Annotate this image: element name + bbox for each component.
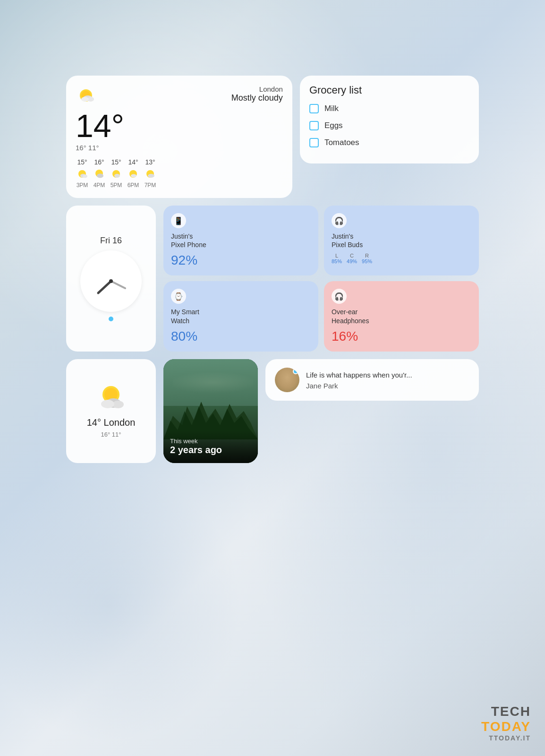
milk-checkbox[interactable] xyxy=(309,104,319,113)
weather-sun-icon xyxy=(76,85,96,106)
tomatoes-label: Tomatoes xyxy=(324,138,359,147)
svg-point-18 xyxy=(109,279,113,283)
buds-right: R 95% xyxy=(362,253,372,264)
device-card-watch[interactable]: ⌚ My SmartWatch 80% xyxy=(163,281,318,351)
widgets-container: London Mostly cloudy 14° 16° 11° 15° xyxy=(66,76,479,463)
weather-top: London Mostly cloudy xyxy=(76,85,283,106)
row-3: 14° London 16° 11° This week 2 years ago xyxy=(66,359,479,463)
avatar-online-dot xyxy=(293,369,298,374)
svg-line-17 xyxy=(111,281,125,288)
phone-battery: 92% xyxy=(171,253,311,268)
watch-icon: ⌚ xyxy=(171,289,186,304)
phone-name: Justin'sPixel Phone xyxy=(171,232,311,249)
headphones-battery: 16% xyxy=(332,329,471,344)
row-2: Fri 16 📱 Justin'sPixel Phone 92% xyxy=(66,206,479,352)
buds-battery-sub: L 85% C 49% R 95% xyxy=(332,253,471,264)
svg-point-4 xyxy=(81,97,89,102)
message-text: Life is what happens when you'r... xyxy=(306,370,469,380)
device-card-buds[interactable]: 🎧 Justin'sPixel Buds L 85% C 49% R 95% xyxy=(324,206,479,275)
eggs-checkbox[interactable] xyxy=(309,121,319,130)
forecast-7pm: 13° 7PM xyxy=(144,158,157,189)
headphones-name: Over-earHeadphones xyxy=(332,308,471,325)
headphones-icon: 🎧 xyxy=(332,289,347,304)
tomatoes-checkbox[interactable] xyxy=(309,138,319,147)
forecast-6pm: 14° 6PM xyxy=(127,158,140,189)
weather-small-temp: 14° London xyxy=(87,417,136,428)
device-card-headphones[interactable]: 🎧 Over-earHeadphones 16% xyxy=(324,281,479,351)
svg-point-15 xyxy=(148,174,154,178)
svg-point-11 xyxy=(114,174,120,178)
device-card-phone[interactable]: 📱 Justin'sPixel Phone 92% xyxy=(163,206,318,275)
buds-name: Justin'sPixel Buds xyxy=(332,232,471,249)
memory-text: This week 2 years ago xyxy=(163,431,258,463)
clock-face xyxy=(80,250,142,312)
memory-label: This week xyxy=(170,438,251,445)
buds-case: C 49% xyxy=(347,253,357,264)
weather-forecast: 15° 3PM 16° 4PM xyxy=(76,158,283,189)
forecast-4pm: 16° 4PM xyxy=(93,158,106,189)
memory-widget[interactable]: This week 2 years ago xyxy=(163,359,258,463)
message-avatar xyxy=(275,368,299,392)
svg-point-9 xyxy=(97,174,103,178)
grocery-title: Grocery list xyxy=(309,84,469,96)
clock-widget: Fri 16 xyxy=(66,206,156,352)
milk-label: Milk xyxy=(324,104,339,113)
weather-large-widget[interactable]: London Mostly cloudy 14° 16° 11° 15° xyxy=(66,76,292,198)
messages-widget[interactable]: Life is what happens when you'r... Jane … xyxy=(265,359,479,401)
svg-line-16 xyxy=(98,281,111,293)
svg-point-23 xyxy=(101,400,114,408)
clock-dot xyxy=(109,317,113,321)
clock-date: Fri 16 xyxy=(100,236,122,246)
weather-current-temp: 14° xyxy=(76,110,283,142)
memory-year: 2 years ago xyxy=(170,445,251,455)
grocery-list-widget[interactable]: Grocery list Milk Eggs Tomatoes xyxy=(300,76,479,163)
weather-location: London Mostly cloudy xyxy=(231,85,283,103)
weather-hilow: 16° 11° xyxy=(76,144,283,152)
watermark-it: TTODAY.IT xyxy=(481,734,531,742)
grocery-item-milk[interactable]: Milk xyxy=(309,104,469,113)
watermark-today: TODAY xyxy=(481,719,531,734)
watch-battery: 80% xyxy=(171,329,311,344)
message-sender: Jane Park xyxy=(306,382,469,390)
watch-name: My SmartWatch xyxy=(171,308,311,325)
row-1: London Mostly cloudy 14° 16° 11° 15° xyxy=(66,76,479,198)
weather-small-widget[interactable]: 14° London 16° 11° xyxy=(66,359,156,463)
devices-grid: 📱 Justin'sPixel Phone 92% 🎧 Justin'sPixe… xyxy=(163,206,479,352)
forecast-3pm: 15° 3PM xyxy=(76,158,89,189)
weather-small-icon xyxy=(94,384,128,412)
forecast-5pm: 15° 5PM xyxy=(110,158,123,189)
buds-left: L 85% xyxy=(332,253,342,264)
watermark: TECH TODAY TTODAY.IT xyxy=(481,704,531,742)
buds-icon: 🎧 xyxy=(332,213,347,228)
message-content: Life is what happens when you'r... Jane … xyxy=(306,370,469,390)
phone-icon: 📱 xyxy=(171,213,186,228)
weather-small-hilow: 16° 11° xyxy=(101,431,121,438)
eggs-label: Eggs xyxy=(324,121,343,130)
grocery-item-eggs[interactable]: Eggs xyxy=(309,121,469,130)
svg-point-13 xyxy=(131,174,136,178)
grocery-item-tomatoes[interactable]: Tomatoes xyxy=(309,138,469,147)
watermark-tech: TECH xyxy=(481,704,531,719)
svg-point-7 xyxy=(83,175,87,178)
